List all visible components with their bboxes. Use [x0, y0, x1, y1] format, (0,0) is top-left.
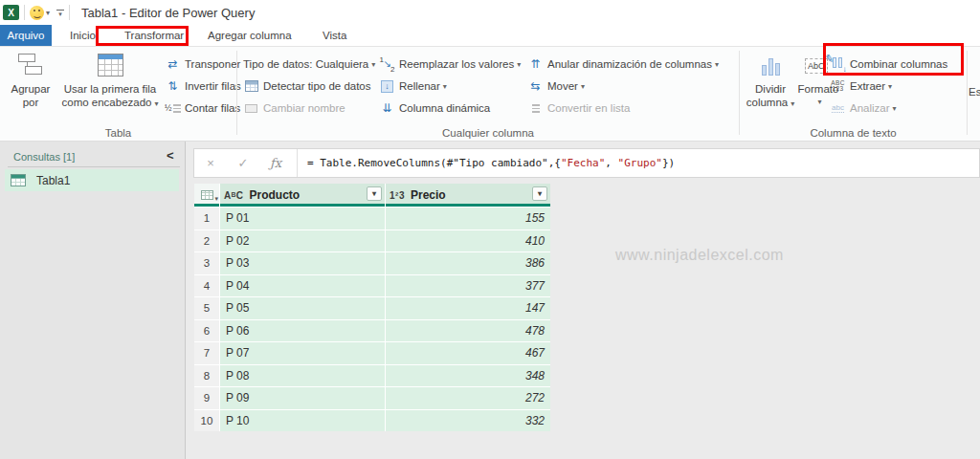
- usar-primera-fila-label: Usar la primera fila: [64, 82, 157, 96]
- fill-down-icon: ↓: [379, 80, 395, 93]
- row-number[interactable]: 3: [194, 252, 219, 274]
- cell-producto[interactable]: P 07: [220, 342, 385, 364]
- detectar-tipo-button[interactable]: Detectar tipo de datos: [243, 76, 371, 96]
- tab-arquivo[interactable]: Arquivo: [0, 25, 52, 46]
- column-header-precio[interactable]: 1²3 Precio ▾: [386, 184, 550, 207]
- cell-precio[interactable]: 478: [386, 320, 550, 342]
- ribbon-group-partial: Esta: [969, 47, 980, 141]
- transponer-button[interactable]: ⇄ Transponer: [165, 55, 240, 74]
- cancel-formula-icon[interactable]: ×: [194, 156, 227, 170]
- cell-precio[interactable]: 410: [386, 230, 550, 252]
- cell-producto[interactable]: P 09: [220, 387, 385, 409]
- cell-precio[interactable]: 155: [386, 208, 550, 230]
- reemplazar-valores-button[interactable]: 1↘2 Reemplazar los valores ▾: [379, 55, 521, 74]
- excel-app-icon: X: [3, 5, 19, 20]
- dropdown-caret-icon: ▾: [888, 82, 892, 91]
- query-item-tabla1[interactable]: Tabla1: [5, 169, 179, 191]
- columna-dinamica-button[interactable]: ⇊ Columna dinámica: [379, 98, 490, 118]
- extract-icon: ABC123: [830, 80, 846, 92]
- tab-inicio[interactable]: Inicio: [70, 25, 96, 46]
- commit-formula-icon[interactable]: ✓: [227, 156, 259, 170]
- dropdown-caret-icon: ▾: [371, 60, 375, 69]
- fx-icon[interactable]: ƒx: [259, 156, 292, 170]
- group-label-cualquier-columna: Cualquier columna: [237, 127, 739, 139]
- row-number[interactable]: 10: [194, 410, 219, 432]
- dropdown-caret-icon: ▾: [715, 60, 719, 69]
- text-type-icon: AᴮC: [224, 190, 243, 201]
- parse-icon: abc: [830, 104, 846, 113]
- cell-producto[interactable]: P 06: [220, 320, 385, 342]
- cell-precio[interactable]: 377: [386, 275, 550, 297]
- title-bar: X ▾ ▾ Tabla1 - Editor de Power Query: [0, 0, 980, 25]
- tab-agregar-columna[interactable]: Agregar columna: [208, 25, 292, 46]
- usar-primera-fila-label2: como encabezado: [62, 97, 152, 108]
- rellenar-button[interactable]: ↓ Rellenar ▾: [379, 76, 447, 96]
- usar-primera-fila-button[interactable]: Usar la primera fila como encabezado▾: [57, 51, 163, 111]
- reverse-rows-icon: ⇅: [165, 79, 181, 93]
- sidebar-divider[interactable]: [185, 142, 186, 459]
- agrupar-por-label2: por: [23, 96, 39, 109]
- cell-precio[interactable]: 147: [386, 297, 550, 319]
- cell-producto[interactable]: P 08: [220, 365, 385, 387]
- convertir-en-lista-button[interactable]: Convertir en lista: [527, 98, 630, 118]
- filter-button[interactable]: ▾: [532, 186, 547, 201]
- cell-producto[interactable]: P 01: [220, 208, 385, 230]
- filter-button[interactable]: ▾: [367, 186, 382, 201]
- anular-dinamizacion-button[interactable]: ⇈ Anular dinamización de columnas ▾: [527, 55, 719, 74]
- row-number[interactable]: 5: [194, 297, 219, 319]
- contar-filas-button[interactable]: ½ Contar filas: [165, 98, 240, 118]
- cell-precio[interactable]: 467: [386, 342, 550, 364]
- mover-button[interactable]: ⇆ Mover ▾: [527, 76, 585, 96]
- cell-precio[interactable]: 272: [386, 387, 550, 409]
- group-by-icon: [16, 51, 45, 79]
- formula-input[interactable]: = Table.RemoveColumns(#"Tipo cambiado",{…: [307, 157, 675, 169]
- analizar-button[interactable]: abc Analizar ▾: [830, 98, 897, 118]
- dividir-columna-button[interactable]: Dividir columna▾: [746, 51, 795, 111]
- row-number[interactable]: 9: [194, 387, 219, 409]
- smiley-dropdown-caret-icon[interactable]: ▾: [46, 9, 50, 17]
- group-label-columna-de-texto: Columna de texto: [740, 127, 967, 139]
- select-all-corner[interactable]: ▾: [194, 184, 219, 207]
- row-number[interactable]: 6: [194, 320, 219, 342]
- use-first-row-icon: [98, 51, 123, 79]
- group-label-tabla: Tabla: [0, 127, 236, 139]
- number-type-icon: 1²3: [390, 190, 405, 201]
- unpivot-columns-icon: ⇈: [527, 57, 544, 71]
- queries-header: Consultas [1]: [13, 151, 75, 163]
- extraer-button[interactable]: ABC123 Extraer ▾: [830, 76, 892, 96]
- table-corner-icon: [201, 190, 213, 200]
- row-number[interactable]: 2: [194, 230, 219, 252]
- cell-producto[interactable]: P 03: [220, 252, 385, 274]
- estadisticas-button-partial[interactable]: Esta: [969, 85, 980, 98]
- row-number[interactable]: 8: [194, 365, 219, 387]
- cell-producto[interactable]: P 10: [220, 410, 385, 432]
- feedback-smiley-icon[interactable]: [30, 6, 44, 20]
- tab-vista[interactable]: Vista: [323, 25, 346, 46]
- query-item-label: Tabla1: [36, 174, 70, 187]
- invertir-filas-button[interactable]: ⇅ Invertir filas: [165, 76, 241, 96]
- cell-producto[interactable]: P 02: [220, 230, 385, 252]
- group-divider: [967, 51, 968, 135]
- row-number[interactable]: 4: [194, 275, 219, 297]
- cell-precio[interactable]: 332: [386, 410, 550, 432]
- dropdown-caret-icon: ▾: [817, 96, 821, 109]
- workspace: Consultas [1] < Tabla1 × ✓ ƒx = Table.Re…: [0, 142, 980, 459]
- row-number[interactable]: 1: [194, 208, 219, 230]
- column-header-producto[interactable]: AᴮC Producto ▾: [220, 184, 385, 207]
- cell-precio[interactable]: 386: [386, 252, 550, 274]
- split-column-icon: [758, 51, 783, 79]
- row-number[interactable]: 7: [194, 342, 219, 364]
- cell-producto[interactable]: P 05: [220, 297, 385, 319]
- quick-access-toolbar-toggle-icon[interactable]: ▾: [56, 10, 64, 16]
- highlight-box-combinar-columnas: [823, 43, 964, 76]
- table-icon: [11, 174, 26, 186]
- replace-values-icon: 1↘2: [379, 57, 395, 72]
- cell-precio[interactable]: 348: [386, 365, 550, 387]
- collapse-sidebar-icon[interactable]: <: [167, 148, 174, 163]
- agrupar-por-button[interactable]: Agrupar por: [6, 51, 56, 109]
- dropdown-caret-icon: ▾: [517, 60, 521, 69]
- agrupar-por-label: Agrupar: [11, 82, 51, 96]
- cambiar-nombre-button[interactable]: Cambiar nombre: [243, 98, 345, 118]
- tipo-de-datos-button[interactable]: Tipo de datos: Cualquiera ▾: [243, 55, 375, 74]
- cell-producto[interactable]: P 04: [220, 275, 385, 297]
